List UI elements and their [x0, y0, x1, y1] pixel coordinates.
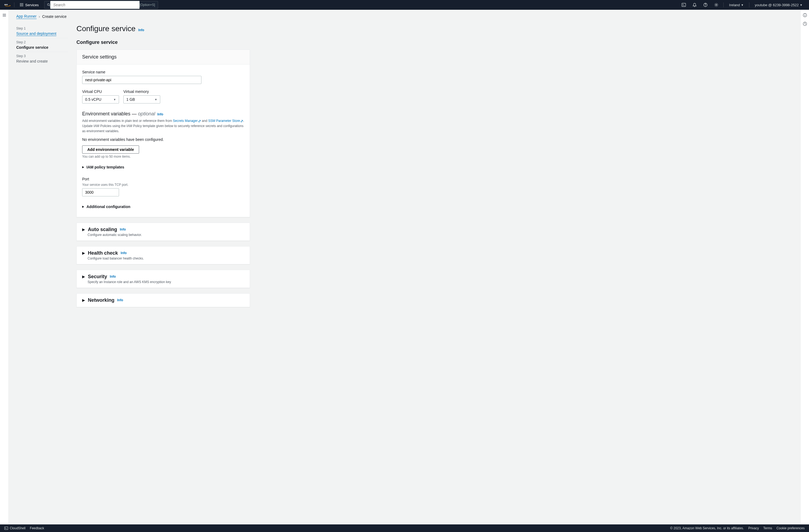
chevron-down-icon: ▼	[800, 3, 803, 6]
step-name: Configure service	[16, 45, 68, 50]
external-link-icon	[198, 120, 201, 122]
cookie-prefs-link[interactable]: Cookie preferences	[776, 526, 805, 530]
chevron-down-icon: ▼	[113, 98, 116, 101]
search-icon	[47, 3, 50, 7]
step-item-3: Step 3 Review and create	[16, 52, 68, 66]
service-name-label: Service name	[82, 70, 244, 74]
left-rail	[0, 10, 9, 525]
feedback-link[interactable]: Feedback	[30, 526, 44, 530]
chevron-right-icon: ›	[39, 14, 40, 19]
bell-icon	[692, 3, 697, 7]
page-title: Configure service	[76, 24, 136, 33]
caret-right-icon: ▶	[82, 298, 85, 302]
env-vars-hint: You can add up to 50 more items.	[82, 155, 244, 158]
terms-link[interactable]: Terms	[763, 526, 772, 530]
healthcheck-panel: ▶ Health check Info Configure load balan…	[76, 246, 250, 264]
healthcheck-desc: Configure load balancer health checks.	[88, 256, 244, 260]
secrets-manager-link[interactable]: Secrets Manager	[173, 119, 201, 123]
step-item-1[interactable]: Step 1 Source and deployment	[16, 24, 68, 38]
aws-logo[interactable]: aws	[4, 2, 11, 8]
copyright: © 2023, Amazon Web Services, Inc. or its…	[670, 526, 744, 530]
nav-divider	[723, 2, 724, 7]
caret-right-icon: ▶	[82, 205, 84, 208]
terminal-icon	[682, 3, 686, 7]
iam-policy-templates-toggle[interactable]: ▶ IAM policy templates	[82, 162, 244, 172]
search-input[interactable]	[50, 1, 140, 9]
env-vars-empty: No environment variables have been confi…	[82, 137, 244, 142]
svg-rect-5	[21, 4, 22, 5]
history-icon[interactable]	[803, 22, 807, 26]
svg-rect-8	[21, 6, 22, 6]
networking-toggle[interactable]: ▶ Networking Info	[82, 297, 244, 303]
autoscaling-toggle[interactable]: ▶ Auto scaling Info	[82, 227, 244, 232]
breadcrumb-root[interactable]: App Runner	[16, 14, 37, 19]
env-vars-title: Environment variables — optional	[82, 111, 155, 117]
search-hint: [Option+S]	[140, 3, 155, 7]
privacy-link[interactable]: Privacy	[748, 526, 759, 530]
service-name-input[interactable]	[82, 76, 202, 84]
svg-point-16	[716, 4, 717, 6]
security-panel: ▶ Security Info Specify an Instance role…	[76, 270, 250, 288]
section-title: Configure service	[76, 39, 250, 45]
service-settings-panel: Service settings Service name Virtual CP…	[76, 50, 250, 217]
search-box[interactable]: [Option+S]	[44, 1, 158, 9]
help-btn[interactable]	[702, 1, 709, 9]
info-link[interactable]: Info	[138, 28, 144, 32]
svg-rect-9	[22, 6, 23, 6]
healthcheck-toggle[interactable]: ▶ Health check Info	[82, 250, 244, 256]
step-name[interactable]: Source and deployment	[16, 31, 56, 36]
gear-icon	[714, 3, 719, 7]
svg-point-22	[805, 14, 805, 15]
hamburger-icon[interactable]	[2, 13, 6, 17]
panel-title: Service settings	[82, 54, 244, 60]
cloudshell-icon-btn[interactable]	[680, 1, 688, 9]
notifications-btn[interactable]	[691, 1, 699, 9]
ssm-parameter-store-link[interactable]: SSM Parameter Store	[208, 119, 243, 123]
step-item-2: Step 2 Configure service	[16, 38, 68, 52]
svg-rect-3	[22, 3, 23, 4]
info-link[interactable]: Info	[121, 251, 126, 255]
info-link[interactable]: Info	[157, 112, 163, 116]
svg-point-10	[48, 3, 49, 5]
chevron-down-icon: ▼	[741, 3, 744, 6]
top-nav: aws Services [Option+S] Ireland ▼ youtub…	[0, 0, 809, 10]
caret-right-icon: ▶	[82, 227, 85, 232]
settings-btn[interactable]	[712, 1, 720, 9]
vcpu-select[interactable]: 0.5 vCPU ▼	[82, 95, 119, 104]
autoscaling-panel: ▶ Auto scaling Info Configure automatic …	[76, 223, 250, 241]
add-env-var-button[interactable]: Add environment variable	[82, 145, 139, 154]
port-help: Your service uses this TCP port.	[82, 183, 244, 187]
svg-rect-2	[21, 3, 22, 4]
info-link[interactable]: Info	[110, 275, 116, 279]
nav-divider	[14, 2, 14, 7]
cloudshell-button[interactable]: CloudShell	[4, 526, 25, 530]
chevron-down-icon: ▼	[155, 98, 157, 101]
info-link[interactable]: Info	[120, 228, 126, 231]
info-link[interactable]: Info	[117, 298, 123, 302]
vmem-select[interactable]: 1 GB ▼	[123, 95, 160, 104]
port-label: Port	[82, 177, 244, 181]
security-desc: Specify an Instance role and an AWS KMS …	[88, 280, 244, 284]
caret-right-icon: ▶	[82, 165, 84, 169]
external-link-icon	[240, 120, 243, 122]
nav-divider	[749, 2, 750, 7]
info-panel-icon[interactable]	[803, 13, 807, 17]
svg-point-15	[705, 6, 706, 6]
services-menu[interactable]: Services	[18, 2, 41, 8]
terminal-icon	[4, 526, 8, 530]
vcpu-label: Virtual CPU	[82, 89, 119, 94]
right-rail	[800, 10, 809, 525]
additional-config-toggle[interactable]: ▶ Additional configuration	[82, 202, 244, 212]
region-selector[interactable]: Ireland ▼	[727, 2, 746, 8]
footer-bar: CloudShell Feedback © 2023, Amazon Web S…	[0, 525, 809, 532]
services-label: Services	[25, 3, 39, 7]
vmem-label: Virtual memory	[123, 89, 160, 94]
breadcrumb-current: Create service	[42, 14, 66, 19]
caret-right-icon: ▶	[82, 274, 85, 279]
caret-right-icon: ▶	[82, 251, 85, 255]
svg-text:aws: aws	[4, 3, 8, 5]
env-vars-desc: Add environment variables in plain text …	[82, 118, 244, 134]
security-toggle[interactable]: ▶ Security Info	[82, 274, 244, 280]
account-selector[interactable]: youtube @ 6239-3998-2522 ▼	[753, 2, 805, 8]
port-input[interactable]	[82, 188, 119, 196]
